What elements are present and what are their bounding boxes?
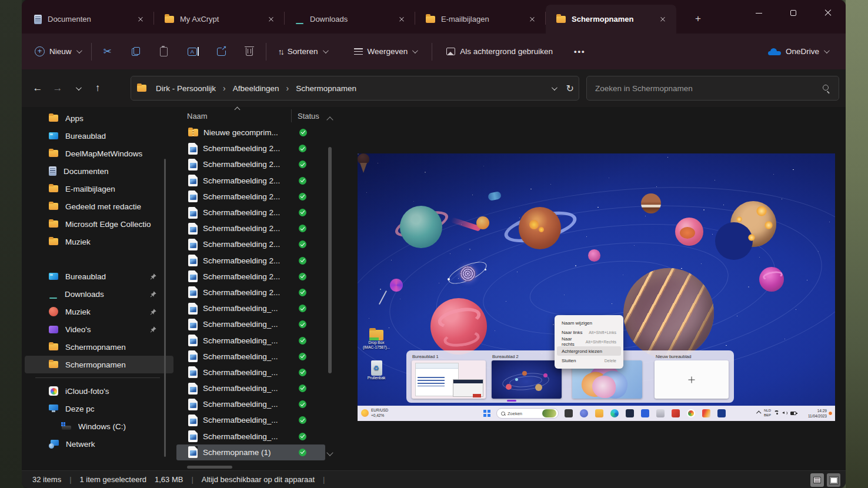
new-tab-button[interactable]: + [689, 11, 707, 27]
desktop-icon-recycle-bin[interactable]: ♻ Prullenbak [362, 360, 390, 380]
sidebar-item[interactable]: E-mailbijlagen [25, 180, 173, 198]
sidebar-item[interactable]: DeelMapMetWindows [25, 145, 173, 162]
back-button[interactable]: ← [28, 82, 48, 94]
sidebar-item[interactable]: Gedeeld met redactie [25, 198, 173, 215]
weather-widget[interactable]: EUR/USD+0,42% [361, 407, 388, 418]
address-bar[interactable]: Dirk - Persoonlijk › Afbeeldingen › Sche… [131, 76, 579, 101]
sidebar-scrollbar[interactable] [164, 159, 166, 457]
taskbar-app-explorer[interactable] [595, 409, 603, 417]
sidebar-item[interactable]: Schermopnamen [25, 338, 173, 356]
sidebar-item[interactable]: Schermopnamen [25, 356, 173, 373]
search-box[interactable]: Zoeken in Schermopnamen [586, 76, 839, 101]
file-row[interactable]: Schermafbeelding 2... [176, 236, 325, 252]
sidebar-item[interactable]: Documenten [25, 162, 173, 180]
taskbar-app-w[interactable] [702, 409, 710, 417]
taskbar-app-dark[interactable] [626, 409, 634, 417]
file-row[interactable]: Schermafbeelding 2... [176, 189, 325, 205]
context-menu-item[interactable]: Naar rechts Alt+Shift+Rechts [557, 337, 621, 346]
sidebar-item[interactable]: Bureaublad [25, 127, 173, 145]
file-row[interactable]: Schermafbeelding_... [176, 349, 325, 365]
start-button[interactable] [483, 410, 490, 417]
sidebar-item[interactable]: Netwerk [25, 435, 173, 453]
address-dropdown-icon[interactable] [552, 85, 557, 91]
sidebar-item[interactable]: Deze pc [25, 400, 173, 417]
taskbar-app-ps[interactable] [717, 409, 726, 417]
sidebar-item[interactable]: iCloud-foto's [25, 382, 173, 400]
rename-button[interactable]: A [182, 40, 203, 63]
file-list-scrollbar[interactable] [327, 113, 333, 459]
details-view-button[interactable] [810, 473, 824, 487]
scrollbar-thumb[interactable] [328, 147, 332, 373]
column-header-status[interactable]: Status [298, 112, 319, 121]
tab-close-icon[interactable] [525, 12, 540, 27]
context-menu-item[interactable]: Naam wijzigen [557, 318, 621, 327]
file-row[interactable]: Schermafbeelding 2... [176, 141, 325, 156]
explorer-tab[interactable]: My AxCrypt [154, 5, 285, 34]
file-row[interactable]: Schermafbeelding_... [176, 429, 325, 444]
file-row[interactable]: Schermafbeelding_... [176, 365, 325, 380]
file-row[interactable]: Schermafbeelding 2... [176, 220, 325, 236]
context-menu-item[interactable]: Naar links Alt+Shift+Links [557, 327, 621, 337]
tab-close-icon[interactable] [263, 12, 279, 27]
context-menu-item[interactable]: Achtergrond kiezen [557, 346, 621, 356]
sidebar-item[interactable]: Muziek [25, 233, 173, 250]
file-row[interactable]: Schermafbeelding 2... [176, 156, 325, 172]
file-row[interactable]: Schermafbeelding 2... [176, 205, 325, 220]
refresh-icon[interactable]: ↻ [566, 83, 574, 94]
file-row[interactable]: Nieuwe gecomprim... [176, 125, 325, 141]
taskbar-app-blue[interactable] [641, 409, 649, 417]
scroll-down-icon[interactable] [326, 449, 333, 456]
breadcrumb-item[interactable]: Schermopnamen [292, 82, 360, 95]
up-button[interactable]: ↑ [88, 82, 108, 94]
more-options-button[interactable]: ••• [568, 40, 592, 63]
taskbar-clock[interactable]: 14:2911/04/2023 [808, 408, 827, 419]
cut-button[interactable]: ✂ [98, 40, 118, 63]
file-row[interactable]: Schermafbeelding 2... [176, 173, 325, 189]
taskbar-app-edge[interactable] [610, 409, 619, 417]
breadcrumb-item[interactable]: Dirk - Persoonlijk [152, 82, 219, 95]
sidebar-item[interactable]: Downloads [25, 285, 173, 303]
tab-close-icon[interactable] [394, 12, 409, 27]
file-row[interactable]: Schermafbeelding 2... [176, 269, 325, 285]
sort-button[interactable]: ↑↓ Sorteren [272, 40, 333, 63]
share-button[interactable] [211, 40, 232, 63]
maximize-button[interactable] [777, 0, 810, 26]
explorer-tab[interactable]: Schermopnamen [546, 5, 676, 34]
explorer-tab[interactable]: Downloads [285, 5, 415, 34]
recent-locations-button[interactable] [68, 86, 88, 91]
file-row[interactable]: Schermafbeelding_... [176, 412, 325, 428]
view-button[interactable]: Weergeven [348, 40, 423, 63]
forward-button[interactable]: → [48, 82, 68, 94]
breadcrumb-item[interactable]: Afbeeldingen [229, 82, 283, 95]
taskbar-app-chrome[interactable] [687, 409, 695, 417]
new-button[interactable]: + Nieuw [29, 40, 86, 63]
column-header-naam[interactable]: Naam [176, 112, 291, 121]
sidebar-item[interactable]: Windows (C:) [25, 417, 173, 435]
taskbar-app-office[interactable] [672, 409, 680, 417]
sidebar-item[interactable]: Apps [25, 109, 173, 127]
scroll-up-icon[interactable] [326, 116, 333, 123]
desktop-icon-dropbox[interactable]: Drop Box (IMAC-17587)... [361, 330, 392, 350]
taskbar-app-photos[interactable] [565, 409, 573, 417]
icons-view-button[interactable] [827, 473, 840, 487]
explorer-tab[interactable]: E-mailbijlagen [415, 5, 546, 34]
paste-button[interactable] [154, 40, 173, 63]
minimize-button[interactable] [742, 0, 775, 26]
sidebar-item[interactable]: Bureaublad [25, 268, 173, 285]
file-row[interactable]: Schermopname (1) [176, 444, 325, 460]
close-button[interactable] [812, 0, 844, 26]
sidebar-item[interactable]: Video's [25, 320, 173, 338]
taskbar-app-teams[interactable] [580, 409, 588, 417]
copy-button[interactable] [126, 40, 146, 63]
set-background-button[interactable]: Als achtergrond gebruiken [440, 40, 559, 63]
file-row[interactable]: Schermafbeelding 2... [176, 253, 325, 269]
new-desktop-button[interactable] [655, 360, 729, 399]
desktop2-thumbnail[interactable] [492, 360, 562, 399]
onedrive-button[interactable]: OneDrive [762, 40, 834, 63]
horizontal-scrollbar[interactable] [187, 466, 232, 469]
file-row[interactable]: Schermafbeelding_... [176, 396, 325, 412]
file-row[interactable]: Schermafbeelding_... [176, 332, 325, 348]
tab-close-icon[interactable] [133, 12, 148, 27]
delete-button[interactable] [240, 40, 259, 63]
taskbar-app-gray[interactable] [656, 409, 665, 417]
